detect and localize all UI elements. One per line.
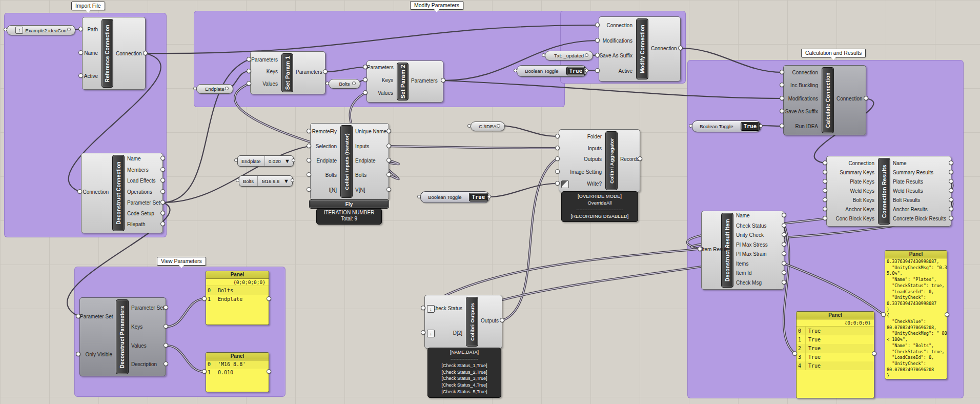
output-port-v-n-[interactable]	[386, 187, 391, 192]
wire[interactable]	[443, 80, 782, 98]
input-port-parameters[interactable]	[247, 57, 251, 62]
component-colibri-aggregator[interactable]: Colibri AggregatorFolderInputsOutputsIma…	[559, 129, 640, 192]
input-port-keys[interactable]	[363, 77, 368, 82]
input-port-image-setting[interactable]	[555, 169, 560, 174]
wire[interactable]	[681, 48, 782, 72]
wire[interactable]	[488, 184, 557, 197]
input-port-parameters[interactable]	[363, 65, 368, 69]
input-port-endplate[interactable]	[307, 158, 311, 163]
check-status-panel-port[interactable]	[792, 351, 797, 356]
output-port-outputs[interactable]	[500, 318, 504, 322]
output-port-plate-results[interactable]	[949, 179, 953, 184]
output-port-load-effects[interactable]	[160, 178, 165, 183]
input-port-check-status[interactable]	[421, 306, 425, 310]
wire[interactable]	[146, 25, 598, 53]
output-port-parameter-set[interactable]	[160, 200, 165, 205]
check-status-panel[interactable]: Panel{0;0;0;0}0True1True2True3True4True	[796, 311, 874, 398]
component-deconstruct-result-item[interactable]: Deconstruct Result ItemItem ResultNameCh…	[701, 211, 784, 290]
output-port-check-status[interactable]	[782, 223, 786, 228]
bolts-value-list[interactable]: BoltsM16 8.8▼	[239, 175, 293, 187]
values-panel-port[interactable]	[202, 369, 207, 374]
input-port-item-result[interactable]	[698, 247, 702, 251]
output-port-records[interactable]	[638, 156, 642, 161]
output-port-parameters[interactable]	[323, 69, 328, 74]
input-port-active[interactable]	[595, 68, 600, 73]
toggle-run-idea-value[interactable]: True	[741, 122, 760, 131]
items-json-panel-port[interactable]	[881, 312, 886, 317]
keys-panel[interactable]: Panel{0;0;0;0;0}0Bolts1Endplate	[206, 271, 269, 325]
component-reference-connection[interactable]: Reference ConnectionPathNameActiveConnec…	[82, 17, 146, 90]
toggle-active[interactable]: Boolean ToggleTrue	[517, 65, 587, 77]
input-port-bolt-keys[interactable]	[823, 197, 827, 202]
input-port-connection[interactable]	[77, 189, 82, 194]
input-port-i-n-[interactable]	[307, 187, 311, 192]
input-port-active[interactable]	[78, 73, 83, 78]
input-port-run-idea[interactable]	[780, 124, 784, 128]
grasshopper-canvas[interactable]: Import FileModify ParametersView Paramet…	[0, 0, 980, 404]
input-port-values[interactable]	[247, 81, 251, 86]
input-port-save-as-suffix[interactable]	[780, 109, 784, 113]
fly-button[interactable]: Fly	[309, 199, 389, 209]
keys-panel-port[interactable]	[202, 296, 207, 301]
output-port-operations[interactable]	[160, 189, 165, 194]
input-port-conc-block-keys[interactable]	[823, 216, 827, 220]
input-port-path[interactable]	[78, 27, 83, 31]
output-port-bolt-results[interactable]	[949, 197, 953, 202]
endplate-value-list[interactable]: Endplate0.020▼	[237, 155, 294, 167]
output-port-items[interactable]	[782, 261, 786, 266]
output-port-filepath[interactable]	[160, 221, 165, 226]
component-deconstruct-connection[interactable]: Deconstruct ConnectionConnectionNameMemb…	[81, 153, 163, 233]
component-connection-results[interactable]: Connection ResultsConnectionSummary Keys…	[826, 156, 951, 227]
input-port-connection[interactable]	[780, 70, 784, 74]
output-port-summary-results[interactable]	[949, 170, 953, 174]
items-json-panel[interactable]: Panel0.33763947430998087, "UnityCheckMsg…	[885, 250, 947, 379]
input-port-connection[interactable]	[823, 160, 827, 165]
output-port-description[interactable]	[164, 361, 168, 366]
file-path-param[interactable]: ↑Example2.ideaCon	[7, 25, 75, 35]
output-port-connection[interactable]	[678, 46, 683, 50]
output-port-weld-results[interactable]	[949, 188, 953, 193]
wire[interactable]	[760, 126, 782, 126]
toggle-write-value[interactable]: True	[469, 193, 488, 201]
output-port-anchor-results[interactable]	[949, 207, 953, 211]
output-port-name[interactable]	[782, 213, 786, 217]
input-port-remotefly[interactable]	[307, 129, 311, 133]
output-port-connection[interactable]	[143, 51, 148, 55]
wire[interactable]	[325, 67, 365, 72]
down-icon[interactable]: ↓	[427, 330, 435, 337]
input-port-d-2-[interactable]	[421, 330, 425, 335]
wire[interactable]	[502, 159, 557, 320]
input-port-anchor-keys[interactable]	[823, 207, 827, 211]
wire[interactable]	[784, 264, 884, 315]
output-port-name[interactable]	[160, 156, 165, 160]
output-port-code-setup[interactable]	[160, 211, 165, 215]
output-port-inputs[interactable]	[386, 144, 391, 148]
input-port-modifications[interactable]	[780, 96, 784, 100]
wire[interactable]	[163, 146, 309, 203]
input-port-values[interactable]	[363, 90, 368, 95]
output-port-parameter-set[interactable]	[164, 305, 168, 310]
input-port-outputs[interactable]	[555, 156, 560, 161]
output-port-check-msg[interactable]	[782, 280, 786, 285]
input-port-weld-keys[interactable]	[823, 188, 827, 193]
output-port-bolts[interactable]	[386, 172, 391, 177]
values-panel[interactable]: Panel0'M16 8.8'10.010	[206, 352, 269, 392]
component-colibri-outputs[interactable]: Colibri OutputsCheck Status↓D[2]↓Outputs	[424, 295, 502, 349]
output-port-unique-name[interactable]	[386, 129, 391, 133]
input-port-connection[interactable]	[595, 23, 600, 27]
check-status-panel-port[interactable]	[872, 351, 876, 356]
input-port-summary-keys[interactable]	[823, 170, 827, 174]
component-deconstruct-parameters[interactable]: Deconstruct ParametersParameter SetOnly …	[79, 297, 166, 376]
component-set-param-1[interactable]: Set Param 1ParametersKeysValuesParameter…	[250, 51, 325, 94]
output-port-item-id[interactable]	[782, 270, 786, 275]
input-port-bolts[interactable]	[307, 172, 311, 177]
items-json-panel-port[interactable]	[945, 312, 949, 317]
input-port-name[interactable]	[78, 50, 83, 55]
input-port-inputs[interactable]	[555, 146, 560, 150]
output-port-parameters[interactable]	[441, 78, 445, 83]
output-port-pl-max-stress[interactable]	[782, 242, 786, 247]
component-set-param-2[interactable]: Set Param 2ParametersKeysValuesParameter…	[366, 60, 443, 103]
keys-panel-port[interactable]	[267, 296, 271, 301]
component-calculate-connection[interactable]: Calculate ConnectionConnectionInc Buckli…	[783, 65, 866, 135]
output-port-keys[interactable]	[164, 324, 168, 329]
